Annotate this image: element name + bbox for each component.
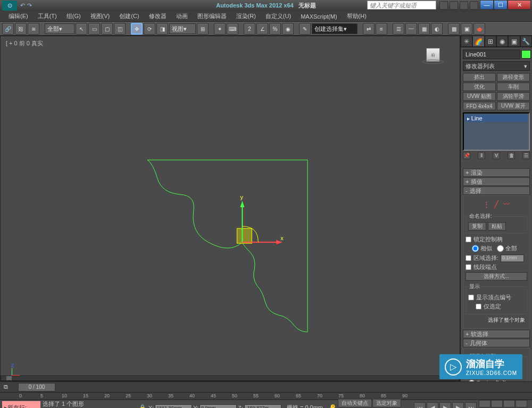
snap-2d-icon[interactable]: 2 xyxy=(244,23,255,35)
link-icon[interactable]: 🔗 xyxy=(2,23,14,35)
configure-icon[interactable]: ☰ xyxy=(522,152,530,159)
area-select-checkbox[interactable] xyxy=(466,255,471,261)
tab-modify[interactable]: 🌈 xyxy=(472,36,484,47)
lock-similar-radio[interactable] xyxy=(472,245,479,252)
autokey-button[interactable]: 自动关键点 xyxy=(338,399,372,407)
select-rotate-icon[interactable]: ⟳ xyxy=(144,23,155,35)
select-name-icon[interactable]: ▭ xyxy=(88,23,100,35)
menu-customize[interactable]: 自定义(U) xyxy=(261,11,295,21)
zoom-extents-all-icon[interactable] xyxy=(516,400,527,407)
coord-x-input[interactable] xyxy=(155,404,192,409)
undo-arrow-icon[interactable]: ↶ xyxy=(20,2,25,9)
selected-dropdown[interactable]: 选定对象 xyxy=(372,399,401,407)
unlink-icon[interactable]: ⛓ xyxy=(15,23,27,35)
menu-maxscript[interactable]: MAXScript(M) xyxy=(296,12,341,21)
rollout-softsel[interactable]: +软选择 xyxy=(463,330,530,338)
subobj-vertex-icon[interactable]: ⋮ xyxy=(483,200,490,208)
time-slider[interactable]: ⧉ 0 / 100 xyxy=(0,381,532,392)
favorites-icon[interactable] xyxy=(470,1,478,10)
menu-views[interactable]: 视图(V) xyxy=(86,11,114,21)
goto-end-icon[interactable]: ⏭ xyxy=(465,402,477,409)
schematic-icon[interactable]: ▦ xyxy=(418,23,430,35)
isolate-icon[interactable]: 🔑 xyxy=(328,404,336,408)
lock-icon[interactable]: 🔒 xyxy=(139,404,146,408)
edit-named-sel-icon[interactable]: ✎ xyxy=(299,23,311,35)
selection-filter-dropdown[interactable]: 全部 ▾ xyxy=(45,23,74,34)
rollout-geometry[interactable]: -几何体 xyxy=(463,339,530,347)
menu-help[interactable]: 帮助(H) xyxy=(343,11,371,21)
copy-button[interactable]: 复制 xyxy=(468,222,486,231)
material-editor-icon[interactable]: ◐ xyxy=(431,23,443,35)
modbtn-optimize[interactable]: 优化 xyxy=(463,83,496,91)
zoom-extents-icon[interactable] xyxy=(503,400,515,407)
render-frame-icon[interactable]: ▣ xyxy=(461,23,472,35)
lock-all-radio[interactable] xyxy=(497,245,504,252)
segment-end-checkbox[interactable] xyxy=(466,264,471,270)
menu-animation[interactable]: 动画 xyxy=(172,11,192,21)
menu-edit[interactable]: 编辑(E) xyxy=(4,11,32,21)
modifier-stack[interactable]: ▸ Line xyxy=(463,112,530,151)
subscription-icon[interactable] xyxy=(450,1,458,10)
modbtn-turbosmooth[interactable]: 涡轮平滑 xyxy=(497,92,530,101)
rollout-interpolation[interactable]: +插值 xyxy=(463,177,530,186)
menu-render[interactable]: 渲染(R) xyxy=(232,11,260,21)
coord-z-input[interactable] xyxy=(244,404,281,409)
snap-angle-icon[interactable]: ∠ xyxy=(256,23,268,35)
menu-modifiers[interactable]: 修改器 xyxy=(145,11,171,21)
menu-tools[interactable]: 工具(T) xyxy=(34,11,61,21)
exchange-icon[interactable] xyxy=(460,1,468,10)
named-selection-dropdown[interactable]: 创建选择集 ▾ xyxy=(312,23,358,34)
keyboard-shortcut-icon[interactable]: ⌨ xyxy=(227,23,238,35)
modbtn-lathe[interactable]: 车削 xyxy=(497,83,530,91)
curve-editor-icon[interactable]: 〰 xyxy=(405,23,417,35)
pivot-center-icon[interactable]: ⊞ xyxy=(197,23,209,35)
coord-y-input[interactable] xyxy=(200,404,237,409)
script-listener[interactable]: ▸ 所在行: xyxy=(2,401,40,409)
modbtn-uvwunwrap[interactable]: UVW 展开 xyxy=(497,102,530,110)
spinner-snap-icon[interactable]: ◉ xyxy=(282,23,294,35)
tab-motion[interactable]: ◉ xyxy=(496,36,508,47)
zoom-all-icon[interactable] xyxy=(491,400,503,407)
tab-display[interactable]: ▣ xyxy=(508,36,520,47)
subobj-segment-icon[interactable]: ╱ xyxy=(494,200,498,208)
render-setup-icon[interactable]: ▩ xyxy=(448,23,460,35)
rollout-selection[interactable]: -选择 xyxy=(463,186,530,195)
modbtn-extrude[interactable]: 挤出 xyxy=(463,73,496,81)
mirror-icon[interactable]: ⇄ xyxy=(363,23,375,35)
help-search-input[interactable] xyxy=(367,1,436,10)
object-name-field[interactable]: Line001 xyxy=(463,50,520,59)
modbtn-pathdeform[interactable]: 路径变形 xyxy=(497,73,530,81)
layers-icon[interactable]: ☰ xyxy=(393,23,404,35)
viewport[interactable]: [ + 0 前 0 真实 前 y x z xyxy=(0,36,460,381)
select-by-button[interactable]: 选择方式... xyxy=(466,272,527,281)
pin-stack-icon[interactable]: 📌 xyxy=(463,152,470,159)
menu-create[interactable]: 创建(C) xyxy=(115,11,143,21)
modifier-list-dropdown[interactable]: 修改器列表▾ xyxy=(463,61,530,71)
tab-utilities[interactable]: 🔧 xyxy=(520,36,532,47)
window-crossing-icon[interactable]: ◫ xyxy=(114,23,126,35)
paste-button[interactable]: 粘贴 xyxy=(488,222,506,231)
lock-handles-checkbox[interactable] xyxy=(466,236,471,242)
play-icon[interactable]: ▶ xyxy=(439,402,451,409)
modbtn-uvwmap[interactable]: UVW 贴图 xyxy=(463,92,496,101)
tab-hierarchy[interactable]: ⊞ xyxy=(485,36,496,47)
time-slider-handle[interactable]: 0 / 100 xyxy=(18,383,55,391)
refcoord-dropdown[interactable]: 视图 ▾ xyxy=(169,23,196,34)
snap-percent-icon[interactable]: % xyxy=(269,23,281,35)
timeconfig-icon[interactable]: ⧉ xyxy=(0,383,12,390)
menu-graph[interactable]: 图形编辑器 xyxy=(193,11,231,21)
remove-mod-icon[interactable]: 🗑 xyxy=(508,152,515,159)
bind-spacewarp-icon[interactable]: ≋ xyxy=(28,23,39,35)
align-icon[interactable]: ≡ xyxy=(376,23,387,35)
select-rect-icon[interactable]: ▢ xyxy=(101,23,113,35)
goto-start-icon[interactable]: ⏮ xyxy=(414,402,426,409)
show-end-icon[interactable]: Ⅱ xyxy=(478,152,485,159)
subobj-spline-icon[interactable]: 〰 xyxy=(503,200,510,208)
manipulate-icon[interactable]: ✦ xyxy=(214,23,226,35)
search-icon[interactable] xyxy=(439,1,448,10)
zoom-icon[interactable] xyxy=(479,400,491,407)
tab-create[interactable]: ✳ xyxy=(461,36,472,47)
maximize-button[interactable]: ☐ xyxy=(494,0,508,10)
only-selected-checkbox[interactable] xyxy=(476,304,481,309)
select-object-icon[interactable]: ↖ xyxy=(76,23,87,35)
